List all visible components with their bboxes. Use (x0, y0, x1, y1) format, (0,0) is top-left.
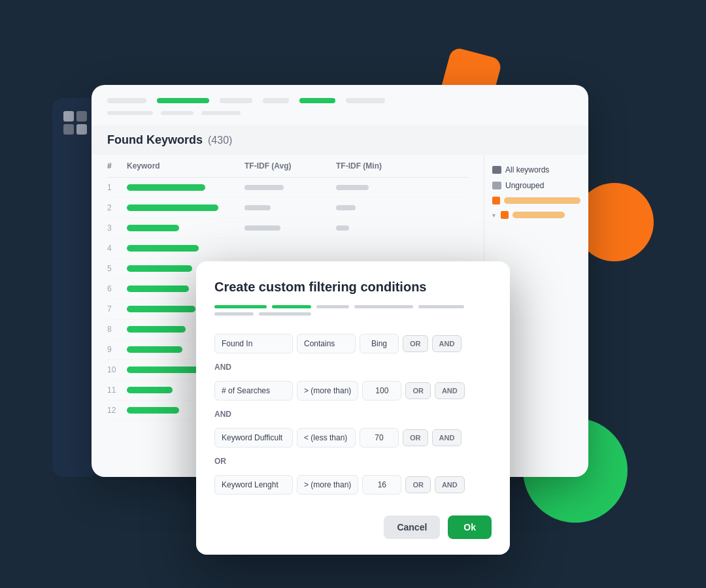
filter-row-2: # of Searches > (more than) 100 OR AND (214, 376, 492, 406)
found-keywords-title: Found Keywords (107, 133, 203, 147)
filter-or-button-3[interactable]: OR (403, 429, 428, 446)
filter-and-button-3[interactable]: AND (432, 429, 462, 446)
nav-pill-2[interactable] (157, 98, 209, 103)
sub-nav-pill-3 (201, 111, 241, 115)
logic-row-and-2: AND (214, 406, 492, 423)
filter-value-bing[interactable]: Bing (360, 334, 399, 353)
keyword-bar (127, 184, 205, 191)
logo-tile-4 (76, 124, 87, 135)
filter-field-searches[interactable]: # of Searches (214, 381, 293, 400)
found-keywords-header: Found Keywords (430) (92, 125, 588, 155)
filter-operator-contains[interactable]: Contains (297, 334, 356, 353)
logo-tile-1 (63, 111, 74, 122)
logic-label-or: OR (214, 454, 226, 468)
filter-operator-less-than[interactable]: < (less than) (297, 428, 356, 448)
nav-pill-1[interactable] (107, 98, 146, 103)
cancel-button[interactable]: Cancel (384, 515, 440, 539)
filter-value-100[interactable]: 100 (362, 381, 401, 400)
col-header-keyword: Keyword (127, 161, 244, 171)
nav-pill-6[interactable] (346, 98, 385, 103)
logo-tile-2 (76, 111, 87, 122)
nav-pill-3[interactable] (220, 98, 252, 103)
filter-field-found-in[interactable]: Found In (214, 334, 293, 353)
modal-subtitle-bars (214, 305, 492, 308)
filter-or-button-2[interactable]: OR (405, 382, 431, 399)
tfidf-min-bar (336, 185, 369, 190)
tfidf-avg-bar (244, 185, 284, 190)
filter-field-difficulty[interactable]: Keyword Dufficult (214, 428, 293, 448)
legend-label-all: All keywords (505, 165, 549, 174)
legend-icon-orange-2 (501, 211, 509, 219)
nav-pill-4[interactable] (263, 98, 289, 103)
filter-operator-more-than-1[interactable]: > (more than) (297, 381, 358, 400)
legend-bar-2 (513, 212, 565, 218)
found-keywords-count: (430) (208, 135, 232, 146)
table-row: 2 (107, 198, 468, 218)
logic-row-and-1: AND (214, 359, 492, 376)
legend-icon-orange-1 (492, 197, 500, 204)
filter-section: Found In Contains Bing OR AND AND # of S… (214, 329, 492, 500)
filter-row-4: Keyword Lenght > (more than) 16 OR AND (214, 470, 492, 500)
modal-subtitle-bars2 (214, 312, 492, 316)
filter-row-3: Keyword Dufficult < (less than) 70 OR AN… (214, 423, 492, 453)
filter-or-button-4[interactable]: OR (405, 476, 431, 493)
legend-bar-1 (504, 197, 580, 204)
logic-row-or: OR (214, 453, 492, 470)
table-row: 1 (107, 178, 468, 198)
sub-nav-pill-1 (107, 111, 153, 115)
nav-pill-5[interactable] (299, 98, 335, 103)
legend-icon-ungrouped (492, 182, 501, 189)
col-header-num: # (107, 161, 127, 171)
top-nav (92, 85, 588, 111)
table-header: # Keyword TF-IDF (Avg) TF-IDF (Min) (107, 155, 468, 178)
filter-operator-more-than-2[interactable]: > (more than) (297, 475, 358, 495)
legend-all-keywords: All keywords (492, 165, 580, 174)
legend-label-ungrouped: Ungrouped (505, 181, 544, 190)
filter-row-1: Found In Contains Bing OR AND (214, 329, 492, 359)
logic-label-and-2: AND (214, 407, 231, 421)
modal-create-filter: Create custom filtering conditions Found… (196, 261, 510, 555)
ok-button[interactable]: Ok (448, 515, 492, 539)
modal-actions: Cancel Ok (214, 515, 492, 539)
filter-and-button-1[interactable]: AND (432, 335, 462, 352)
sidebar-logo (63, 111, 87, 135)
sub-nav (92, 111, 588, 125)
sub-nav-pill-2 (161, 111, 193, 115)
filter-or-button-1[interactable]: OR (403, 335, 428, 352)
legend-icon-all (492, 166, 501, 174)
filter-field-length[interactable]: Keyword Lenght (214, 475, 293, 495)
legend-orange-1 (492, 197, 580, 204)
filter-and-button-4[interactable]: AND (435, 476, 465, 493)
legend-ungrouped: Ungrouped (492, 181, 580, 190)
filter-value-16[interactable]: 16 (362, 475, 401, 495)
table-row: 3 (107, 218, 468, 238)
col-header-tfidf-avg: TF-IDF (Avg) (244, 161, 336, 171)
filter-value-70[interactable]: 70 (360, 428, 399, 448)
table-row: 4 (107, 238, 468, 259)
legend-orange-2: ▾ (492, 211, 580, 219)
modal-title: Create custom filtering conditions (214, 280, 492, 295)
col-header-tfidf-min: TF-IDF (Min) (336, 161, 414, 171)
logo-tile-3 (63, 124, 74, 135)
logic-label-and-1: AND (214, 360, 231, 374)
filter-and-button-2[interactable]: AND (435, 382, 465, 399)
